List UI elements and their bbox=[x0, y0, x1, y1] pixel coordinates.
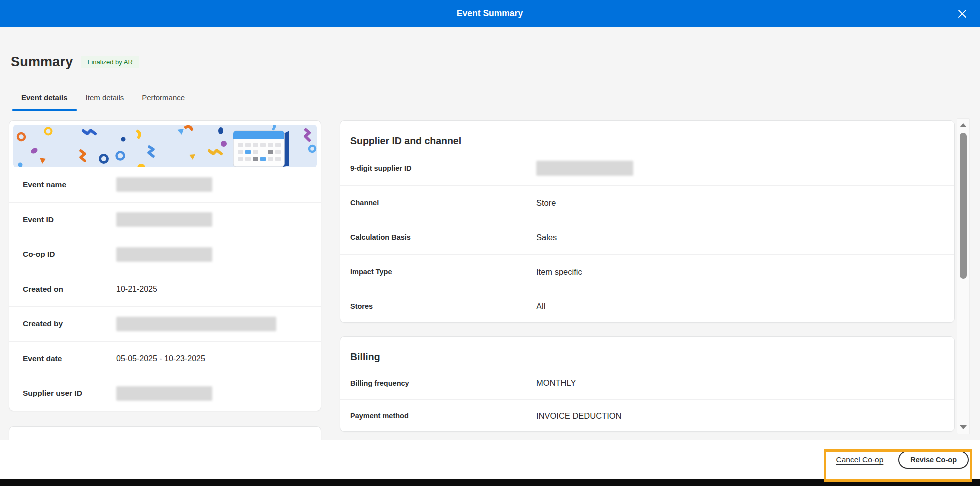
modal-header: Event Summary bbox=[0, 0, 980, 27]
row-supplier-user-id: Supplier user ID bbox=[10, 376, 321, 411]
row-event-id: Event ID bbox=[10, 202, 321, 237]
row-created-on: Created on10-21-2025 bbox=[10, 272, 321, 307]
card-heading: Supplier ID and channel bbox=[340, 121, 954, 151]
field-label: Stores bbox=[350, 302, 536, 310]
row-payment-method: Payment methodINVOICE DEDUCTION bbox=[340, 399, 954, 432]
row-co-op-id: Co-op ID bbox=[10, 237, 321, 272]
modal-title: Event Summary bbox=[0, 0, 980, 27]
field-label: Event name bbox=[23, 180, 116, 189]
field-value: MONTHLY bbox=[536, 378, 576, 388]
redacted-value bbox=[116, 212, 212, 227]
calendar-icon bbox=[234, 131, 290, 167]
field-label: Impact Type bbox=[350, 268, 536, 276]
field-value: 10-21-2025 bbox=[116, 285, 158, 294]
field-value: 05-05-2025 - 10-23-2025 bbox=[116, 354, 206, 363]
field-label: Channel bbox=[350, 199, 536, 207]
row-impact-type: Impact TypeItem specific bbox=[340, 254, 954, 289]
scroll-down-icon[interactable] bbox=[960, 425, 967, 429]
vertical-scrollbar[interactable] bbox=[957, 118, 970, 434]
redacted-value bbox=[116, 177, 212, 192]
row-event-date: Event date05-05-2025 - 10-23-2025 bbox=[10, 341, 321, 376]
row-channel: ChannelStore bbox=[340, 185, 954, 220]
row-stores: StoresAll bbox=[340, 289, 954, 323]
field-value: INVOICE DEDUCTION bbox=[536, 411, 622, 421]
status-badge: Finalized by AR bbox=[81, 56, 139, 68]
confetti-banner-illustration bbox=[14, 125, 317, 167]
close-button[interactable] bbox=[956, 7, 970, 21]
row-calculation-basis: Calculation BasisSales bbox=[340, 220, 954, 254]
tab-item-details[interactable]: Item details bbox=[77, 85, 134, 111]
field-value bbox=[116, 177, 212, 192]
field-label: 9-digit supplier ID bbox=[350, 164, 536, 172]
field-label: Billing frequency bbox=[350, 379, 536, 387]
footer-actions: Cancel Co-op Revise Co-op bbox=[836, 440, 969, 479]
field-value: All bbox=[536, 302, 546, 311]
redacted-value bbox=[536, 161, 634, 176]
row-9-digit-supplier-id: 9-digit supplier ID bbox=[340, 151, 954, 185]
field-label: Supplier user ID bbox=[23, 389, 116, 398]
row-created-by: Created by bbox=[10, 306, 321, 341]
bottom-black-bar bbox=[0, 479, 980, 486]
field-value bbox=[536, 161, 634, 176]
field-label: Created by bbox=[23, 319, 116, 328]
modal-footer: Cancel Co-op Revise Co-op bbox=[0, 440, 980, 479]
card-heading: Billing bbox=[340, 337, 954, 367]
event-field-list: Event nameEvent IDCo-op IDCreated on10-2… bbox=[10, 167, 321, 411]
tab-performance[interactable]: Performance bbox=[133, 85, 194, 111]
field-value bbox=[116, 247, 212, 262]
row-billing-frequency: Billing frequencyMONTHLY bbox=[340, 367, 954, 399]
page-title: Summary bbox=[11, 54, 73, 70]
field-label: Payment method bbox=[350, 412, 536, 420]
close-icon bbox=[958, 9, 967, 18]
billing-field-list: Billing frequencyMONTHLYPayment methodIN… bbox=[340, 367, 954, 432]
field-value bbox=[116, 317, 276, 331]
field-label: Calculation Basis bbox=[350, 233, 536, 241]
field-label: Co-op ID bbox=[23, 250, 116, 259]
confetti-banner bbox=[14, 125, 317, 167]
scroll-up-icon[interactable] bbox=[960, 123, 967, 127]
event-details-card: Event nameEvent IDCo-op IDCreated on10-2… bbox=[9, 120, 322, 411]
redacted-value bbox=[116, 386, 212, 401]
field-value: Store bbox=[536, 198, 556, 208]
field-value: Sales bbox=[536, 233, 557, 242]
scrollbar-thumb[interactable] bbox=[960, 133, 967, 279]
supplier-field-list: 9-digit supplier IDChannelStoreCalculati… bbox=[340, 151, 954, 323]
cancel-coop-link[interactable]: Cancel Co-op bbox=[836, 455, 884, 464]
tab-event-details[interactable]: Event details bbox=[12, 85, 77, 111]
redacted-value bbox=[116, 247, 212, 262]
page-head: Summary Finalized by AR bbox=[11, 54, 140, 70]
field-value: Item specific bbox=[536, 267, 582, 277]
field-label: Event ID bbox=[23, 215, 116, 224]
supplier-id-channel-card: Supplier ID and channel 9-digit supplier… bbox=[340, 120, 955, 323]
event-summary-modal: Event Summary Summary Finalized by AR Ev… bbox=[0, 0, 980, 486]
field-label: Event date bbox=[23, 354, 116, 363]
redacted-value bbox=[116, 317, 276, 331]
row-event-name: Event name bbox=[10, 167, 321, 202]
revise-coop-button[interactable]: Revise Co-op bbox=[898, 451, 969, 469]
field-value bbox=[116, 386, 212, 401]
billing-card: Billing Billing frequencyMONTHLYPayment … bbox=[340, 336, 955, 432]
tabbar: Event details Item details Performance bbox=[0, 85, 980, 111]
field-value bbox=[116, 212, 212, 227]
field-label: Created on bbox=[23, 285, 116, 294]
